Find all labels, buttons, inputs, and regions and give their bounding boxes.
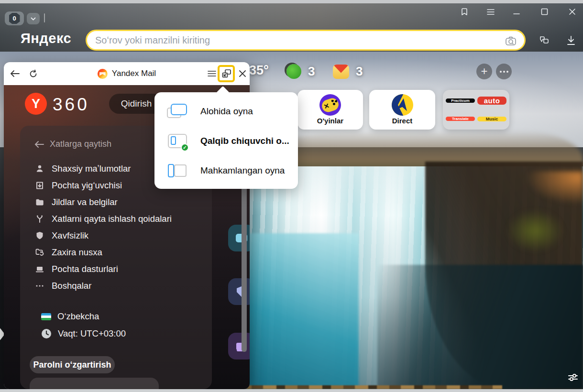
chevron-down-icon [31, 17, 36, 21]
widget-direct[interactable]: Direct [369, 90, 435, 130]
minimize-icon [513, 9, 520, 15]
browser-chrome: 0 Яндекс [0, 0, 583, 52]
reload-icon [29, 69, 38, 78]
tab-list-dropdown-button[interactable] [27, 13, 40, 24]
extensions-button[interactable] [537, 33, 551, 48]
window-mode-menu: Alohida oyna ✓ Qalqib chiquvchi o... Mah… [154, 92, 298, 189]
widget-games[interactable]: ✕ O'yinlar [297, 90, 363, 130]
maximize-button[interactable] [539, 6, 550, 17]
camera-search-icon [504, 34, 517, 48]
tile-music[interactable]: Music [477, 117, 506, 121]
language-label: Oʻzbekcha [57, 311, 99, 322]
close-icon [239, 70, 246, 77]
popup-titlebar: Yandex Mail [4, 62, 250, 85]
collector-icon [34, 181, 45, 190]
widget-games-label: O'yinlar [317, 117, 343, 125]
games-icon: ✕ [319, 94, 341, 116]
omnibox [86, 30, 526, 51]
nav-mail-clients[interactable]: Pochta dasturlari [34, 261, 207, 277]
language-row[interactable]: Oʻzbekcha [41, 311, 99, 322]
download-icon [566, 35, 576, 46]
widget-more-button[interactable] [496, 64, 512, 79]
uzbekistan-flag-icon [41, 313, 51, 320]
laptop-icon [34, 264, 45, 274]
divider [44, 13, 45, 22]
floating-window-icon: ✓ [166, 131, 189, 151]
clock-icon [41, 328, 52, 339]
arrow-left-icon [34, 141, 44, 148]
messenger-icon [286, 64, 301, 79]
shield-icon [34, 231, 45, 240]
browser-window: 35° 3 3 + ✕ O'yinlar Direct Practicum [0, 0, 583, 392]
popup-reload-button[interactable] [26, 62, 40, 85]
back-to-mail-link[interactable]: Xatlarga qaytish [34, 139, 111, 149]
menu-item-pinned-window[interactable]: Mahkamlangan oyna [166, 156, 298, 185]
direct-icon [392, 94, 413, 116]
timezone-label: Vaqt: UTC+03:00 [58, 328, 126, 339]
timezone-row[interactable]: Vaqt: UTC+03:00 [41, 328, 126, 339]
mail-notification[interactable]: 3 [333, 64, 363, 79]
y360-360-text: 360 [53, 95, 89, 115]
background-settings-icon[interactable] [567, 372, 579, 385]
popup-menu-button[interactable] [205, 62, 219, 85]
y360-logo: Y [25, 93, 47, 115]
partial-button[interactable] [30, 378, 159, 389]
arrow-left-icon [10, 70, 20, 77]
messenger-count: 3 [308, 64, 315, 79]
bookmarks-panel-button[interactable] [458, 6, 471, 18]
mail-icon [333, 65, 349, 79]
widget-services-group[interactable]: Practicum auto Translate Music [443, 90, 509, 130]
nav-other[interactable]: Boshqalar [34, 277, 207, 294]
tile-translate[interactable]: Translate [446, 117, 475, 121]
nav-folders-labels[interactable]: Jildlar va belgilar [34, 194, 207, 210]
window-mode-button-highlighted[interactable] [218, 65, 235, 82]
collections-icon [538, 34, 550, 47]
window-frame-bottom [0, 389, 583, 392]
hamburger-icon [487, 9, 495, 15]
ellipsis-icon [500, 71, 508, 73]
widget-direct-label: Direct [392, 117, 413, 125]
add-widget-button[interactable]: + [476, 64, 492, 79]
popout-window-icon [221, 69, 231, 78]
bookmark-flag-icon [460, 7, 469, 17]
menu-item-floating-window[interactable]: ✓ Qalqib chiquvchi o... [166, 126, 298, 156]
messenger-notification[interactable]: 3 [286, 64, 315, 79]
nav-security[interactable]: Xavfsizlik [34, 227, 207, 244]
downloads-button[interactable] [564, 33, 578, 48]
rules-branch-icon [34, 214, 45, 224]
yandex-mail-favicon [98, 69, 108, 79]
separate-window-icon [166, 102, 189, 121]
hamburger-icon [208, 70, 216, 77]
weather-temperature[interactable]: 35° [249, 63, 269, 78]
popup-title: Yandex Mail [112, 69, 156, 78]
popup-title-group: Yandex Mail [98, 62, 156, 85]
pinned-window-icon [166, 161, 189, 180]
change-password-button[interactable]: Parolni oʻzgartirish [30, 356, 115, 373]
tab-counter-badge: 0 [9, 13, 20, 24]
menu-item-separate-window[interactable]: Alohida oyna [166, 97, 298, 126]
browser-menu-button[interactable] [485, 7, 496, 17]
tile-auto[interactable]: auto [477, 97, 506, 105]
popup-close-button[interactable] [235, 62, 250, 85]
more-dots-icon [34, 281, 45, 291]
mail-count: 3 [356, 64, 363, 79]
image-search-button[interactable] [504, 34, 517, 50]
yandex-logo[interactable]: Яндекс [21, 31, 71, 46]
nav-mail-rules[interactable]: Xatlarni qayta ishlash qoidalari [34, 210, 207, 227]
maximize-icon [541, 8, 548, 15]
person-icon [34, 164, 45, 174]
tab-group-pill[interactable]: 0 [5, 11, 24, 25]
backup-icon [34, 248, 45, 257]
check-badge-icon: ✓ [181, 143, 189, 152]
window-frame-top [0, 0, 583, 3]
nav-backup[interactable]: Zaxira nusxa [34, 244, 207, 261]
tile-practicum[interactable]: Practicum [446, 98, 475, 103]
search-input[interactable] [87, 31, 524, 49]
minimize-button[interactable] [511, 7, 522, 17]
folder-icon [34, 197, 45, 207]
popup-back-button[interactable] [8, 62, 22, 85]
close-icon [569, 8, 576, 15]
close-window-button[interactable] [566, 6, 578, 17]
